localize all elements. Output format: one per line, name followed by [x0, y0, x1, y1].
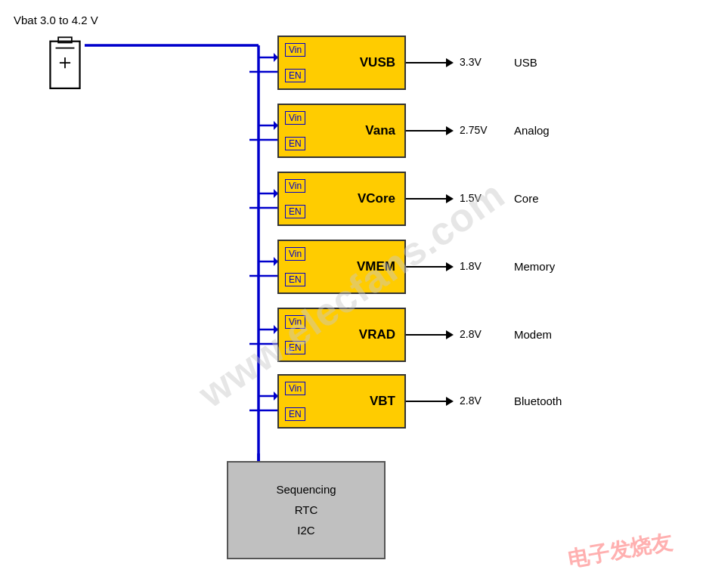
- battery-icon: [45, 33, 85, 94]
- seq-line2: RTC: [228, 500, 384, 520]
- vbt-en-pin: EN: [285, 407, 305, 421]
- vmem-en-pin: EN: [285, 273, 305, 286]
- title: Vbat 3.0 to 4.2 V: [14, 14, 98, 26]
- vmem-label: Memory: [514, 260, 555, 273]
- vbt-name: VBT: [370, 394, 395, 409]
- reg-vusb: Vin EN VUSB: [277, 36, 406, 90]
- svg-marker-23: [446, 126, 454, 135]
- vmem-voltage: 1.8V: [460, 260, 482, 272]
- vusb-name: VUSB: [360, 55, 395, 70]
- vana-label: Analog: [514, 124, 550, 137]
- vrad-vin-pin: Vin: [285, 315, 305, 329]
- svg-marker-29: [446, 330, 454, 339]
- sequencer-text: Sequencing RTC I2C: [228, 479, 384, 540]
- sequencer-box: Sequencing RTC I2C: [227, 461, 386, 559]
- reg-vmem: Vin EN VMEM: [277, 240, 406, 294]
- vbt-voltage: 2.8V: [460, 395, 482, 407]
- vusb-en-pin: EN: [285, 69, 305, 82]
- seq-line3: I2C: [228, 520, 384, 540]
- svg-marker-27: [446, 262, 454, 271]
- vmem-vin-pin: Vin: [285, 247, 305, 261]
- vrad-name: VRAD: [359, 327, 395, 342]
- vana-voltage: 2.75V: [460, 124, 488, 136]
- reg-vana: Vin EN Vana: [277, 104, 406, 158]
- vcore-en-pin: EN: [285, 205, 305, 218]
- vana-name: Vana: [365, 123, 395, 138]
- reg-vbt: Vin EN VBT: [277, 374, 406, 429]
- vusb-vin-pin: Vin: [285, 43, 305, 57]
- vana-en-pin: EN: [285, 137, 305, 150]
- vrad-label: Modem: [514, 328, 552, 341]
- vbt-label: Bluetooth: [514, 395, 562, 407]
- reg-vcore: Vin EN VCore: [277, 172, 406, 226]
- seq-line1: Sequencing: [228, 479, 384, 500]
- vrad-en-pin: EN: [285, 341, 305, 354]
- vusb-voltage: 3.3V: [460, 56, 482, 68]
- vcore-name: VCore: [358, 191, 395, 206]
- vusb-label: USB: [514, 56, 537, 69]
- svg-marker-21: [446, 58, 454, 67]
- vcore-label: Core: [514, 192, 539, 205]
- diagram: Vbat 3.0 to 4.2 V www.elecfans.com 电子发烧友: [0, 0, 703, 588]
- svg-marker-31: [446, 397, 454, 406]
- vrad-voltage: 2.8V: [460, 328, 482, 340]
- svg-marker-25: [446, 194, 454, 203]
- reg-vrad: Vin EN VRAD: [277, 308, 406, 362]
- vcore-voltage: 1.5V: [460, 192, 482, 204]
- vana-vin-pin: Vin: [285, 111, 305, 125]
- vmem-name: VMEM: [357, 259, 395, 274]
- vcore-vin-pin: Vin: [285, 179, 305, 193]
- watermark-cn: 电子发烧友: [565, 528, 674, 574]
- vbt-vin-pin: Vin: [285, 382, 305, 395]
